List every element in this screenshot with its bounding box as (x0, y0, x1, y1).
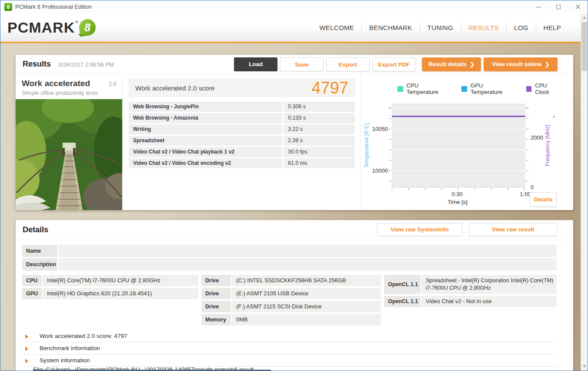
results-header: Results 3/26/2017 2:56:56 PM Load Save E… (16, 55, 573, 74)
workload-version: 2.0 (109, 80, 117, 87)
drive-f-value: (F:) ASMT 2115 SCSI Disk Device (232, 301, 381, 312)
workload-bridge-photo (16, 99, 122, 210)
load-button[interactable]: Load (234, 57, 277, 71)
test-name: Web Browsing - JunglePin (129, 102, 282, 112)
test-value: 30.0 fps (284, 147, 355, 157)
save-button[interactable]: Save (280, 57, 324, 71)
spec-label: OpenCL 1.1 (384, 275, 421, 294)
table-row: Writing 3.22 s (129, 124, 355, 134)
test-value: 2.39 s (284, 136, 355, 146)
score-value: 4797 (311, 80, 348, 96)
x-axis-ticks (392, 188, 525, 191)
app-window: 8 PCMark 8 Professional Edition PCMARK ®… (0, 0, 588, 371)
y-axis-ticks-right (526, 104, 528, 187)
spec-label: Drive (201, 301, 231, 312)
nav-results[interactable]: RESULTS (461, 22, 506, 33)
table-row: Web Browsing - Amazonia 0.133 s (129, 113, 355, 123)
vertical-scrollbar[interactable] (581, 13, 588, 371)
maximize-icon (556, 5, 561, 9)
test-value: 0.306 s (284, 102, 355, 112)
column-divider (122, 74, 123, 210)
nav-benchmark[interactable]: BENCHMARK (361, 22, 420, 33)
drive-c-value: (C:) INTEL SSDSCKKF256H6 SATA 256GB (232, 275, 381, 286)
scrollbar-thumb[interactable] (581, 22, 587, 71)
legend-item: GPU Temperature (461, 82, 514, 95)
expander-benchmark-information[interactable]: Benchmark information (22, 343, 557, 354)
test-value: 3.22 s (284, 124, 355, 134)
nav-help[interactable]: HELP (536, 22, 568, 33)
registered-mark: ® (75, 20, 78, 24)
expander-score[interactable]: Work accelerated 2.0 score: 4797 (22, 331, 557, 342)
gpu-temperature-swatch-icon (461, 86, 467, 92)
test-value: 81.0 ms (284, 158, 355, 168)
pcmark-app-icon: 8 (4, 3, 12, 11)
chevron-right-icon: ❯ (545, 61, 549, 67)
export-pdf-button[interactable]: Export PDF (372, 57, 416, 71)
maximize-button[interactable] (548, 0, 568, 13)
chevron-right-icon: ❯ (470, 61, 474, 67)
score-label: Work accelerated 2.0 score (135, 84, 214, 92)
expander-system-information[interactable]: System information (22, 355, 557, 367)
nav-tuning[interactable]: TUNING (420, 22, 461, 33)
chart-legend: CPU Temperature GPU Temperature CPU Cloc… (398, 82, 573, 95)
test-name: Video Chat v2 / Video Chat playback 1 v2 (129, 147, 282, 157)
details-header: Details View raw SystemInfo View raw res… (16, 220, 573, 240)
view-raw-result-button[interactable]: View raw result (469, 223, 557, 236)
y-axis-ticks-left (389, 104, 391, 187)
spec-label: Drive (201, 275, 231, 286)
scroll-down-arrow-icon[interactable] (583, 365, 586, 368)
table-row: Web Browsing - JunglePin 0.306 s (129, 102, 355, 112)
test-value: 0.133 s (284, 113, 355, 123)
test-name: Writing (129, 124, 282, 134)
table-row: Spreadsheet 2.39 s (129, 136, 355, 146)
result-details-button[interactable]: Result details❯ (422, 57, 481, 71)
frequency-axis-title: Frequency [MHz] (545, 104, 551, 187)
expand-arrow-icon (25, 359, 28, 363)
workload-title: Work accelerated (22, 79, 90, 88)
description-field-value (59, 258, 557, 271)
results-panel: Results 3/26/2017 2:56:56 PM Load Save E… (16, 55, 573, 210)
view-result-online-button[interactable]: View result online❯ (484, 57, 558, 71)
test-name: Spreadsheet (129, 136, 282, 146)
spec-label: Memory (201, 314, 231, 325)
field-label: Description (22, 258, 57, 271)
minimize-icon (536, 7, 541, 7)
spec-label: GPU (22, 288, 42, 299)
test-name: Video Chat v2 / Video Chat encoding v2 (129, 158, 282, 168)
field-label: Name (22, 245, 57, 257)
column-divider (360, 74, 361, 210)
workload-subtitle: Simple office productivity tests (22, 90, 98, 96)
memory-value: 0MB (232, 314, 381, 325)
x-tick-label: 0:30 (448, 191, 467, 197)
horizontal-scrollbar-thumb[interactable] (33, 370, 271, 371)
expand-arrow-icon (25, 334, 28, 339)
details-panel: Details View raw SystemInfo View raw res… (16, 220, 573, 371)
minimize-button[interactable] (529, 0, 548, 13)
drive-e-value: (E:) ASMT 2105 USB Device (232, 288, 381, 299)
scroll-up-arrow-icon[interactable] (583, 17, 586, 19)
table-row: Video Chat v2 / Video Chat encoding v2 8… (129, 158, 355, 168)
score-banner: Work accelerated 2.0 score 4797 (129, 79, 355, 97)
cpu-temperature-swatch-icon (398, 86, 403, 92)
opencl-spreadsheet-value: Spreadsheet - Intel(R) Corporation Intel… (421, 275, 557, 294)
cpu-value: Intel(R) Core(TM) i7-7600U CPU @ 2.80GHz (43, 275, 198, 286)
cpu-clock-series-dot (553, 116, 555, 117)
gpu-value: Intel(R) HD Graphics 620 (21.20.16.4541) (43, 288, 198, 299)
app-header: PCMARK ® 8 WELCOME BENCHMARK TUNING RESU… (0, 13, 588, 43)
temperature-axis-title: Temperature [Â°C] (364, 104, 371, 187)
spec-label: Drive (201, 288, 231, 299)
view-raw-systeminfo-button[interactable]: View raw SystemInfo (377, 223, 462, 236)
content-area: Results 3/26/2017 2:56:56 PM Load Save E… (0, 43, 588, 371)
nav-log[interactable]: LOG (506, 22, 536, 33)
window-title: PCMark 8 Professional Edition (15, 3, 92, 10)
nav-welcome[interactable]: WELCOME (312, 22, 361, 33)
chart-details-button[interactable]: Details (530, 192, 557, 207)
results-title: Results (23, 60, 51, 69)
close-icon (575, 4, 581, 10)
logo-text: PCMARK (7, 19, 75, 36)
close-button[interactable] (568, 0, 588, 13)
legend-item: CPU Clock (526, 82, 562, 95)
export-button[interactable]: Export (326, 57, 370, 71)
name-field-value (59, 245, 557, 257)
test-name: Web Browsing - Amazonia (129, 113, 282, 123)
